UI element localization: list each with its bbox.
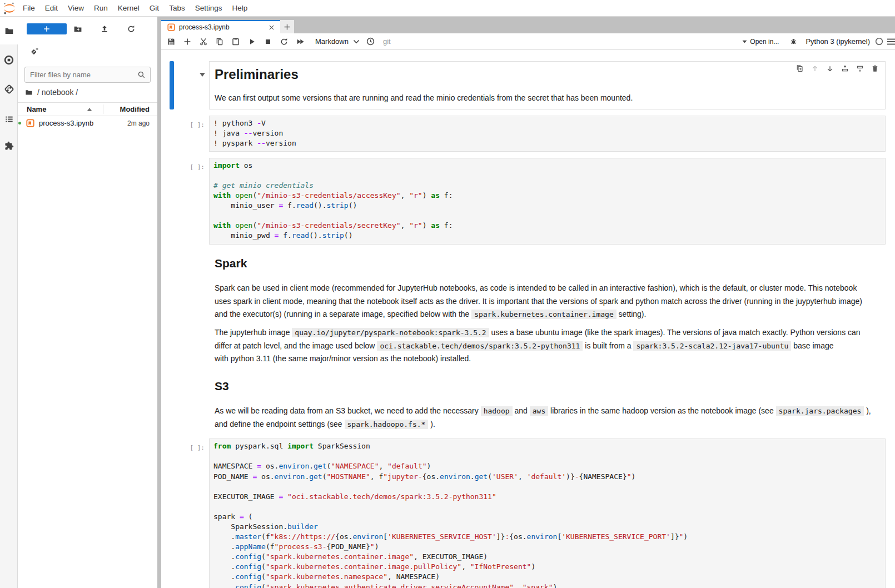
plus-icon (43, 25, 51, 33)
rendered-markdown[interactable]: S3As we will be reading data from an S3 … (209, 373, 886, 433)
sidebar-tab-running[interactable] (0, 52, 18, 68)
menu-edit[interactable]: Edit (40, 0, 63, 16)
cell-prompt-gutter: [ ]: (174, 116, 209, 152)
cell-collapser[interactable] (170, 158, 174, 245)
insert-cell-above-button[interactable] (841, 64, 849, 72)
code-editor[interactable]: ! python3 -V! java --version! pyspark --… (209, 116, 886, 152)
insert-cell-below-icon (856, 64, 864, 73)
menu-settings[interactable]: Settings (190, 0, 227, 16)
tab-process-s3[interactable]: process-s3.ipynb (161, 20, 280, 33)
code-line (213, 502, 885, 512)
menu-file[interactable]: File (18, 0, 40, 16)
interrupt-kernel-button[interactable] (260, 34, 276, 49)
code-line: NAMESPACE = os.environ.get("NAMESPACE", … (213, 461, 885, 471)
search-icon (137, 71, 146, 79)
menu-tabs[interactable]: Tabs (164, 0, 190, 16)
kernel-name-button[interactable]: Python 3 (ipykernel) (806, 37, 870, 46)
cell-collapser[interactable] (170, 251, 174, 367)
refresh-icon (127, 24, 136, 33)
sidebar-resize-handle[interactable] (157, 17, 161, 588)
duplicate-cell-button[interactable] (796, 64, 804, 72)
hamburger-icon (887, 38, 895, 45)
execution-time-button[interactable] (366, 37, 375, 46)
copy-icon (215, 37, 224, 46)
restart-run-all-button[interactable] (292, 34, 308, 49)
copy-cells-button[interactable] (211, 34, 227, 49)
move-cell-up-button[interactable] (811, 64, 819, 72)
save-button[interactable] (163, 34, 179, 49)
cut-icon (199, 37, 208, 46)
markdown-cell[interactable]: PreliminariesWe can first output some ve… (170, 61, 886, 109)
delete-cell-button[interactable] (871, 64, 879, 72)
open-in-label: Open in... (750, 38, 779, 46)
code-editor[interactable]: from pyspark.sql import SparkSession NAM… (209, 438, 886, 588)
cell-type-dropdown[interactable]: Markdown (315, 35, 360, 48)
menu-help[interactable]: Help (227, 0, 252, 16)
cell-collapser[interactable] (170, 116, 174, 152)
cell-collapser[interactable] (170, 438, 174, 588)
new-folder-button[interactable] (71, 23, 84, 34)
sidebar-tab-extensions[interactable] (0, 137, 18, 154)
kernel-status-icon[interactable] (875, 37, 883, 46)
upload-button[interactable] (98, 23, 111, 34)
rendered-markdown[interactable]: PreliminariesWe can first output some ve… (209, 61, 886, 109)
cell-type-value: Markdown (315, 37, 349, 46)
heading-collapse-icon[interactable] (200, 73, 205, 77)
add-icon (183, 37, 192, 46)
sidebar-tab-git[interactable] (0, 81, 18, 97)
restart-kernel-button[interactable] (276, 34, 292, 49)
notebook-toolbar: Markdown git Open in... (161, 33, 895, 50)
menu-kernel[interactable]: Kernel (113, 0, 145, 16)
run-cell-button[interactable] (243, 34, 260, 49)
file-filter-box (24, 67, 151, 83)
move-cell-up-icon (811, 64, 819, 73)
menu-git[interactable]: Git (145, 0, 164, 16)
markdown-paragraph: As we will be reading data from an S3 bu… (215, 405, 879, 431)
column-modified[interactable]: Modified (120, 105, 150, 113)
code-cell[interactable]: [ ]:import os # get minio credentialswit… (170, 158, 886, 245)
code-line: with open("/minio-s3-credentials/accessK… (213, 191, 885, 201)
code-editor[interactable]: import os # get minio credentialswith op… (209, 158, 886, 245)
code-line: ! python3 -V (213, 118, 885, 128)
tab-close-button[interactable] (267, 23, 276, 32)
markdown-cell[interactable]: S3As we will be reading data from an S3 … (170, 373, 886, 433)
insert-cell-button[interactable] (179, 34, 195, 49)
new-tab-button[interactable] (280, 20, 294, 33)
breadcrumb[interactable]: / notebook / (25, 88, 78, 97)
cut-cells-button[interactable] (195, 34, 211, 49)
new-launcher-button[interactable] (27, 23, 67, 34)
code-cell[interactable]: [ ]:! python3 -V! java --version! pyspar… (170, 116, 886, 152)
cell-collapser[interactable] (170, 61, 174, 109)
markdown-heading: Spark (215, 256, 879, 271)
column-name[interactable]: Name (27, 105, 46, 113)
insert-cell-below-button[interactable] (856, 64, 864, 72)
code-cell[interactable]: [ ]:from pyspark.sql import SparkSession… (170, 438, 886, 588)
markdown-cell[interactable]: SparkSpark can be used in client mode (r… (170, 251, 886, 367)
markdown-paragraph: Spark can be used in client mode (recomm… (215, 282, 879, 321)
git-clone-button[interactable] (30, 47, 39, 56)
markdown-heading: Preliminaries (215, 67, 879, 82)
code-line: SparkSession.builder (213, 522, 885, 532)
toolbar-overflow-menu[interactable] (887, 38, 895, 45)
save-icon (167, 37, 176, 46)
code-line: .config("spark.kubernetes.namespace", NA… (213, 572, 885, 582)
breadcrumb-path: / notebook / (37, 88, 78, 97)
file-list-item[interactable]: process-s3.ipynb 2m ago (18, 116, 157, 130)
code-line (213, 211, 885, 221)
debugger-button[interactable] (790, 38, 797, 45)
menu-view[interactable]: View (63, 0, 89, 16)
input-prompt: [ ]: (174, 438, 209, 451)
markdown-paragraph: The jupyterhub image quay.io/jupyter/pys… (215, 326, 879, 366)
sidebar-tab-toc[interactable] (0, 111, 18, 127)
refresh-button[interactable] (125, 23, 138, 34)
paste-cells-button[interactable] (227, 34, 243, 49)
menu-bar: File Edit View Run Kernel Git Tabs Setti… (0, 0, 895, 17)
rendered-markdown[interactable]: SparkSpark can be used in client mode (r… (209, 251, 886, 367)
sidebar-tab-files[interactable] (0, 17, 18, 44)
file-filter-input[interactable] (25, 71, 137, 79)
open-in-dropdown[interactable]: Open in... (742, 38, 779, 46)
cell-collapser[interactable] (170, 373, 174, 433)
move-cell-down-button[interactable] (826, 64, 834, 72)
tab-title: process-s3.ipynb (179, 23, 230, 31)
menu-run[interactable]: Run (89, 0, 113, 16)
